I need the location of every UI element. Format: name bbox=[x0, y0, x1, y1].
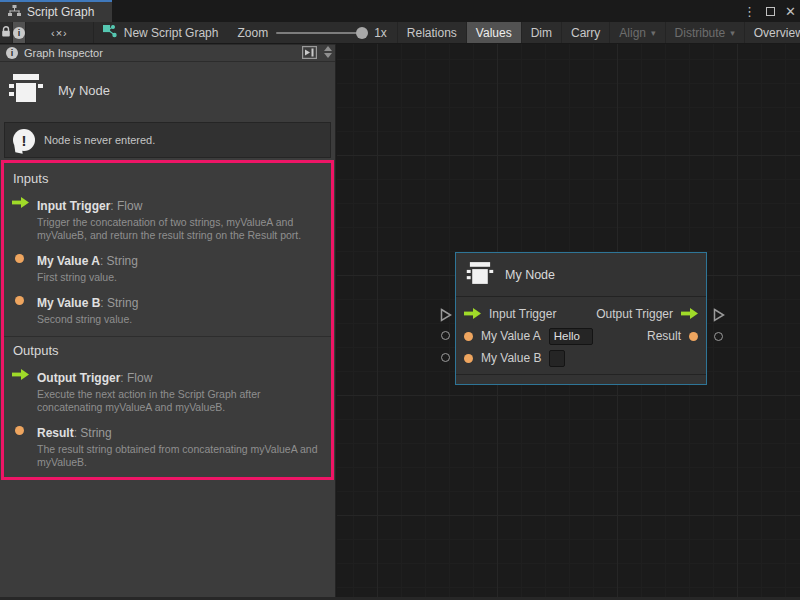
output-trigger-label: Output Trigger bbox=[596, 307, 673, 321]
my-node-unit[interactable]: My Node Input Trigger Output Trigger bbox=[455, 252, 707, 385]
zoom-control: Zoom 1x bbox=[227, 22, 396, 43]
code-icon: ‹×› bbox=[35, 27, 84, 39]
tab-script-graph[interactable]: Script Graph bbox=[0, 0, 112, 22]
unit-node-icon bbox=[8, 72, 44, 108]
selected-node-title: My Node bbox=[58, 83, 110, 98]
my-value-b-label: My Value B bbox=[481, 351, 541, 365]
value-out-port[interactable] bbox=[689, 332, 698, 341]
graph-input-value-stub[interactable] bbox=[441, 353, 450, 362]
lock-button[interactable] bbox=[0, 22, 13, 43]
graph-input-value-stub[interactable] bbox=[441, 331, 450, 340]
overview-button[interactable]: Overview bbox=[745, 22, 800, 43]
ports-documentation-highlight: Inputs Input Trigger: Flow Trigger the c… bbox=[1, 160, 334, 480]
zoom-label: Zoom bbox=[237, 26, 268, 40]
my-value-b-input[interactable] bbox=[549, 350, 565, 367]
tab-bar: Script Graph ⋮ ✕ bbox=[0, 0, 800, 22]
graph-output-value-stub[interactable] bbox=[714, 332, 723, 341]
result-label: Result bbox=[647, 329, 681, 343]
window-maximize-icon[interactable] bbox=[766, 7, 775, 16]
port-doc-result: Result: String The result string obtaine… bbox=[12, 423, 323, 469]
script-graph-asset-icon bbox=[103, 25, 117, 41]
zoom-slider[interactable] bbox=[276, 32, 366, 34]
values-button[interactable]: Values bbox=[467, 22, 522, 43]
warning-text: Node is never entered. bbox=[44, 134, 155, 146]
tab-title: Script Graph bbox=[27, 5, 94, 19]
info-icon: i bbox=[13, 27, 25, 39]
relations-button[interactable]: Relations bbox=[397, 22, 467, 43]
selected-node-summary: My Node bbox=[0, 62, 335, 120]
carry-button[interactable]: Carry bbox=[562, 22, 610, 43]
value-in-port[interactable] bbox=[464, 354, 473, 363]
unit-node-icon bbox=[466, 260, 494, 290]
outputs-section-title: Outputs bbox=[13, 343, 323, 358]
chevron-down-icon: ▾ bbox=[730, 28, 735, 38]
flow-in-port[interactable] bbox=[464, 305, 481, 323]
panel-scrollbar[interactable] bbox=[324, 46, 332, 58]
value-port-icon bbox=[12, 423, 30, 469]
value-in-port[interactable] bbox=[464, 332, 473, 341]
graph-input-flow-stub[interactable] bbox=[440, 308, 452, 322]
lock-icon bbox=[0, 25, 12, 41]
value-port-icon bbox=[12, 251, 30, 284]
new-script-graph-label: New Script Graph bbox=[124, 26, 219, 40]
port-doc-output-trigger: Output Trigger: Flow Execute the next ac… bbox=[12, 368, 323, 414]
zoom-slider-handle[interactable] bbox=[356, 27, 368, 39]
graph-hierarchy-icon bbox=[8, 5, 21, 19]
zoom-value: 1x bbox=[374, 26, 387, 40]
graph-canvas[interactable]: My Node Input Trigger Output Trigger bbox=[337, 44, 800, 597]
graph-inspector-header: i Graph Inspector bbox=[0, 44, 335, 62]
port-doc-input-trigger: Input Trigger: Flow Trigger the concaten… bbox=[12, 196, 323, 242]
port-doc-my-value-b: My Value B: String Second string value. bbox=[12, 293, 323, 326]
warning-banner: ! Node is never entered. bbox=[4, 122, 331, 158]
align-dropdown[interactable]: Align▾ bbox=[610, 22, 665, 43]
node-footer bbox=[456, 374, 706, 384]
warning-icon: ! bbox=[13, 129, 35, 151]
my-value-a-label: My Value A bbox=[481, 329, 541, 343]
new-script-graph-button[interactable]: New Script Graph bbox=[94, 22, 228, 43]
port-doc-my-value-a: My Value A: String First string value. bbox=[12, 251, 323, 284]
node-header[interactable]: My Node bbox=[456, 253, 706, 297]
edit-code-button[interactable]: ‹×› bbox=[26, 22, 94, 43]
graph-inspector-panel: i Graph Inspector My Node ! Nod bbox=[0, 44, 336, 597]
dim-button[interactable]: Dim bbox=[522, 22, 562, 43]
flow-out-port[interactable] bbox=[681, 305, 698, 323]
window-menu-icon[interactable]: ⋮ bbox=[743, 4, 756, 19]
flow-arrow-icon bbox=[12, 196, 30, 242]
dock-panel-icon[interactable] bbox=[302, 46, 317, 61]
chevron-down-icon: ▾ bbox=[651, 28, 656, 38]
my-value-a-input[interactable] bbox=[549, 328, 593, 345]
info-icon: i bbox=[6, 47, 18, 59]
graph-toolbar: i ‹×› New Script Graph Zoom 1x Relations… bbox=[0, 22, 800, 44]
value-port-icon bbox=[12, 293, 30, 326]
scroll-up-icon[interactable] bbox=[324, 46, 332, 51]
script-graph-window: Script Graph ⋮ ✕ i ‹×› New Script Graph … bbox=[0, 0, 800, 600]
section-divider bbox=[4, 336, 331, 337]
inputs-section-title: Inputs bbox=[13, 171, 323, 186]
distribute-dropdown[interactable]: Distribute▾ bbox=[666, 22, 745, 43]
graph-output-flow-stub[interactable] bbox=[713, 308, 725, 322]
input-trigger-label: Input Trigger bbox=[489, 307, 556, 321]
flow-arrow-icon bbox=[12, 368, 30, 414]
scroll-down-icon[interactable] bbox=[324, 53, 332, 58]
graph-inspector-title: Graph Inspector bbox=[24, 47, 103, 59]
inspector-toggle-button[interactable]: i bbox=[13, 22, 26, 43]
node-title: My Node bbox=[505, 268, 555, 282]
window-close-icon[interactable]: ✕ bbox=[785, 4, 796, 19]
